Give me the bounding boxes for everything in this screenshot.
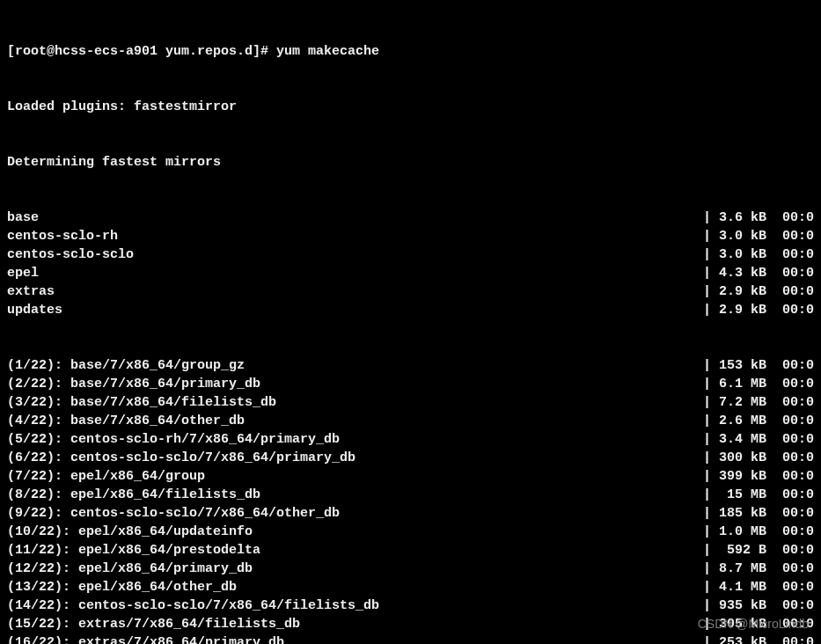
download-path: (12/22): epel/x86_64/primary_db bbox=[7, 560, 253, 578]
repo-size-time: | 4.3 kB 00:0 bbox=[682, 264, 814, 282]
download-path: (3/22): base/7/x86_64/filelists_db bbox=[7, 393, 276, 412]
download-size-time: | 185 kB 00:0 bbox=[682, 504, 814, 523]
download-path: (11/22): epel/x86_64/prestodelta bbox=[7, 541, 260, 560]
download-row: (16/22): extras/7/x86_64/primary_db| 253… bbox=[7, 633, 814, 644]
download-row: (3/22): base/7/x86_64/filelists_db| 7.2 … bbox=[7, 393, 814, 412]
download-path: (2/22): base/7/x86_64/primary_db bbox=[7, 375, 260, 393]
download-size-time: | 6.1 MB 00:0 bbox=[682, 375, 814, 393]
download-size-time: | 300 kB 00:0 bbox=[682, 449, 814, 467]
download-path: (7/22): epel/x86_64/group bbox=[7, 467, 205, 486]
download-row: (5/22): centos-sclo-rh/7/x86_64/primary_… bbox=[7, 430, 814, 449]
download-size-time: | 592 B 00:0 bbox=[682, 541, 814, 560]
repo-row: base| 3.6 kB 00:0 bbox=[7, 209, 814, 227]
download-row: (1/22): base/7/x86_64/group_gz| 153 kB 0… bbox=[7, 356, 814, 375]
download-row: (13/22): epel/x86_64/other_db| 4.1 MB 00… bbox=[7, 578, 814, 596]
determining-line: Determining fastest mirrors bbox=[7, 153, 814, 172]
download-path: (15/22): extras/7/x86_64/filelists_db bbox=[7, 615, 300, 633]
download-row: (14/22): centos-sclo-sclo/7/x86_64/filel… bbox=[7, 596, 814, 615]
repo-size-time: | 3.6 kB 00:0 bbox=[682, 209, 814, 227]
repo-name: centos-sclo-sclo bbox=[7, 245, 134, 264]
download-path: (13/22): epel/x86_64/other_db bbox=[7, 578, 237, 596]
download-path: (4/22): base/7/x86_64/other_db bbox=[7, 412, 245, 430]
repo-name: extras bbox=[7, 282, 55, 301]
repo-row: epel| 4.3 kB 00:0 bbox=[7, 264, 814, 282]
repo-name: updates bbox=[7, 301, 62, 319]
download-path: (8/22): epel/x86_64/filelists_db bbox=[7, 486, 260, 504]
download-row: (4/22): base/7/x86_64/other_db| 2.6 MB 0… bbox=[7, 412, 814, 430]
download-row: (10/22): epel/x86_64/updateinfo| 1.0 MB … bbox=[7, 523, 814, 541]
download-size-time: | 15 MB 00:0 bbox=[682, 486, 814, 504]
download-size-time: | 7.2 MB 00:0 bbox=[682, 393, 814, 412]
repo-name: base bbox=[7, 209, 39, 227]
repo-size-time: | 2.9 kB 00:0 bbox=[682, 282, 814, 301]
download-row: (15/22): extras/7/x86_64/filelists_db| 3… bbox=[7, 615, 814, 633]
repo-row: centos-sclo-sclo| 3.0 kB 00:0 bbox=[7, 245, 814, 264]
download-path: (14/22): centos-sclo-sclo/7/x86_64/filel… bbox=[7, 596, 379, 615]
repo-row: extras| 2.9 kB 00:0 bbox=[7, 282, 814, 301]
repo-row: updates| 2.9 kB 00:0 bbox=[7, 301, 814, 319]
download-row: (6/22): centos-sclo-sclo/7/x86_64/primar… bbox=[7, 449, 814, 467]
download-path: (16/22): extras/7/x86_64/primary_db bbox=[7, 633, 284, 644]
download-size-time: | 935 kB 00:0 bbox=[682, 596, 814, 615]
plugins-line: Loaded plugins: fastestmirror bbox=[7, 98, 814, 116]
download-row: (12/22): epel/x86_64/primary_db| 8.7 MB … bbox=[7, 560, 814, 578]
download-path: (6/22): centos-sclo-sclo/7/x86_64/primar… bbox=[7, 449, 356, 467]
repo-size-time: | 2.9 kB 00:0 bbox=[682, 301, 814, 319]
download-row: (11/22): epel/x86_64/prestodelta| 592 B … bbox=[7, 541, 814, 560]
download-size-time: | 3.4 MB 00:0 bbox=[682, 430, 814, 449]
repo-row: centos-sclo-rh| 3.0 kB 00:0 bbox=[7, 227, 814, 245]
watermark: CSDN @MicroLindb bbox=[698, 616, 809, 633]
repo-name: epel bbox=[7, 264, 39, 282]
shell-command: yum makecache bbox=[276, 44, 379, 59]
download-size-time: | 399 kB 00:0 bbox=[682, 467, 814, 486]
repo-name: centos-sclo-rh bbox=[7, 227, 118, 245]
download-size-time: | 1.0 MB 00:0 bbox=[682, 523, 814, 541]
download-row: (7/22): epel/x86_64/group| 399 kB 00:0 bbox=[7, 467, 814, 486]
download-path: (9/22): centos-sclo-sclo/7/x86_64/other_… bbox=[7, 504, 340, 523]
download-size-time: | 153 kB 00:0 bbox=[682, 356, 814, 375]
terminal-output[interactable]: [root@hcss-ecs-a901 yum.repos.d]# yum ma… bbox=[0, 0, 821, 644]
download-size-time: | 253 kB 00:0 bbox=[682, 633, 814, 644]
prompt-line-1: [root@hcss-ecs-a901 yum.repos.d]# yum ma… bbox=[7, 42, 814, 61]
repo-size-time: | 3.0 kB 00:0 bbox=[682, 227, 814, 245]
download-path: (10/22): epel/x86_64/updateinfo bbox=[7, 523, 253, 541]
download-size-time: | 2.6 MB 00:0 bbox=[682, 412, 814, 430]
download-path: (5/22): centos-sclo-rh/7/x86_64/primary_… bbox=[7, 430, 340, 449]
download-row: (2/22): base/7/x86_64/primary_db| 6.1 MB… bbox=[7, 375, 814, 393]
repo-size-time: | 3.0 kB 00:0 bbox=[682, 245, 814, 264]
download-row: (8/22): epel/x86_64/filelists_db| 15 MB … bbox=[7, 486, 814, 504]
shell-prompt: [root@hcss-ecs-a901 yum.repos.d]# bbox=[7, 44, 276, 59]
download-row: (9/22): centos-sclo-sclo/7/x86_64/other_… bbox=[7, 504, 814, 523]
download-path: (1/22): base/7/x86_64/group_gz bbox=[7, 356, 245, 375]
download-size-time: | 8.7 MB 00:0 bbox=[682, 560, 814, 578]
download-size-time: | 4.1 MB 00:0 bbox=[682, 578, 814, 596]
